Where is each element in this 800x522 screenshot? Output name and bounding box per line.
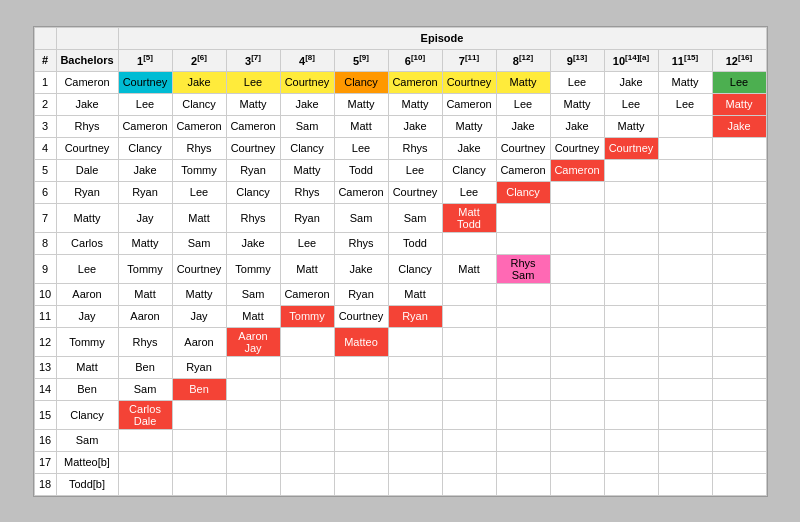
episode-cell (226, 451, 280, 473)
bachelor-name: Clancy (56, 400, 118, 429)
episode-col-header: 4[8] (280, 49, 334, 71)
episode-cell: Cameron (388, 71, 442, 93)
sub-header-num: # (34, 49, 56, 71)
episode-cell: Rhys (334, 232, 388, 254)
bachelor-name: Lee (56, 254, 118, 283)
episode-cell (496, 473, 550, 495)
episode-cell (712, 203, 766, 232)
episode-cell (658, 254, 712, 283)
episode-cell (442, 473, 496, 495)
table-row: 2JakeLeeClancyMattyJakeMattyMattyCameron… (34, 93, 766, 115)
episode-cell: RhysSam (496, 254, 550, 283)
episode-cell: Rhys (388, 137, 442, 159)
episode-cell: Lee (550, 71, 604, 93)
episode-cell (388, 356, 442, 378)
episode-cell (658, 232, 712, 254)
table-row: 16Sam (34, 429, 766, 451)
episode-cell (604, 473, 658, 495)
episode-cell (334, 429, 388, 451)
episode-cell (550, 429, 604, 451)
episode-cell: Ben (118, 356, 172, 378)
episode-cell: Clancy (226, 181, 280, 203)
episode-cell: Jake (172, 71, 226, 93)
episode-cell (496, 429, 550, 451)
episode-cell: AaronJay (226, 327, 280, 356)
episode-cell: Sam (388, 203, 442, 232)
table-row: 8CarlosMattySamJakeLeeRhysTodd (34, 232, 766, 254)
bachelor-name: Courtney (56, 137, 118, 159)
episode-cell (604, 203, 658, 232)
episode-cell: Lee (334, 137, 388, 159)
episode-cell: Lee (712, 71, 766, 93)
episode-cell (442, 356, 496, 378)
episode-cell: Matt (226, 305, 280, 327)
episode-cell: Sam (172, 232, 226, 254)
episode-cell (550, 378, 604, 400)
episode-cell: Jake (712, 115, 766, 137)
bachelor-name: Matteo[b] (56, 451, 118, 473)
episode-cell: Cameron (496, 159, 550, 181)
episode-cell: Aaron (118, 305, 172, 327)
row-num: 16 (34, 429, 56, 451)
episode-cell: Matty (280, 159, 334, 181)
episode-header: Episode (118, 27, 766, 49)
episode-cell: Matty (604, 115, 658, 137)
episode-cell (658, 451, 712, 473)
episode-col-header: 11[15] (658, 49, 712, 71)
sub-header-bachelors: Bachelors (56, 49, 118, 71)
episode-col-header: 1[5] (118, 49, 172, 71)
episode-cell (658, 115, 712, 137)
table-row: 13MattBenRyan (34, 356, 766, 378)
episode-cell (388, 429, 442, 451)
episode-cell (496, 378, 550, 400)
row-num: 18 (34, 473, 56, 495)
episode-cell (118, 429, 172, 451)
episode-cell: Lee (604, 93, 658, 115)
episode-cell (550, 451, 604, 473)
episode-cell (388, 327, 442, 356)
episode-cell (604, 429, 658, 451)
episode-cell (712, 254, 766, 283)
episode-cell (712, 400, 766, 429)
episode-cell: Courtney (496, 137, 550, 159)
table-row: 5DaleJakeTommyRyanMattyToddLeeClancyCame… (34, 159, 766, 181)
episode-cell: Rhys (172, 137, 226, 159)
episode-cell: Matty (658, 71, 712, 93)
episode-cell: Ryan (334, 283, 388, 305)
episode-cell (334, 451, 388, 473)
episode-cell (550, 254, 604, 283)
episode-cell (442, 429, 496, 451)
row-num: 10 (34, 283, 56, 305)
episode-cell: Jay (118, 203, 172, 232)
episode-cell: Tommy (118, 254, 172, 283)
episode-cell: Courtney (172, 254, 226, 283)
episode-cell: Todd (388, 232, 442, 254)
episode-cell: Lee (496, 93, 550, 115)
episode-cell: Tommy (280, 305, 334, 327)
episode-cell (334, 378, 388, 400)
episode-cell (604, 378, 658, 400)
episode-cell (712, 451, 766, 473)
episode-cell: Matty (334, 93, 388, 115)
episode-col-header: 2[6] (172, 49, 226, 71)
table-row: 14BenSamBen (34, 378, 766, 400)
episode-cell (388, 451, 442, 473)
episode-cell: Clancy (334, 71, 388, 93)
episode-cell: Cameron (334, 181, 388, 203)
bachelor-name: Carlos (56, 232, 118, 254)
episode-cell (442, 232, 496, 254)
episode-cell (496, 400, 550, 429)
table-row: 9LeeTommyCourtneyTommyMattJakeClancyMatt… (34, 254, 766, 283)
table-row: 15ClancyCarlosDale (34, 400, 766, 429)
row-num: 12 (34, 327, 56, 356)
episode-cell (172, 473, 226, 495)
episode-cell (226, 429, 280, 451)
table-row: 17Matteo[b] (34, 451, 766, 473)
episode-col-header: 3[7] (226, 49, 280, 71)
episode-cell: Jay (172, 305, 226, 327)
header-num (34, 27, 56, 49)
bachelor-name: Sam (56, 429, 118, 451)
bachelor-name: Cameron (56, 71, 118, 93)
episode-cell (604, 400, 658, 429)
episode-cell: Jake (280, 93, 334, 115)
